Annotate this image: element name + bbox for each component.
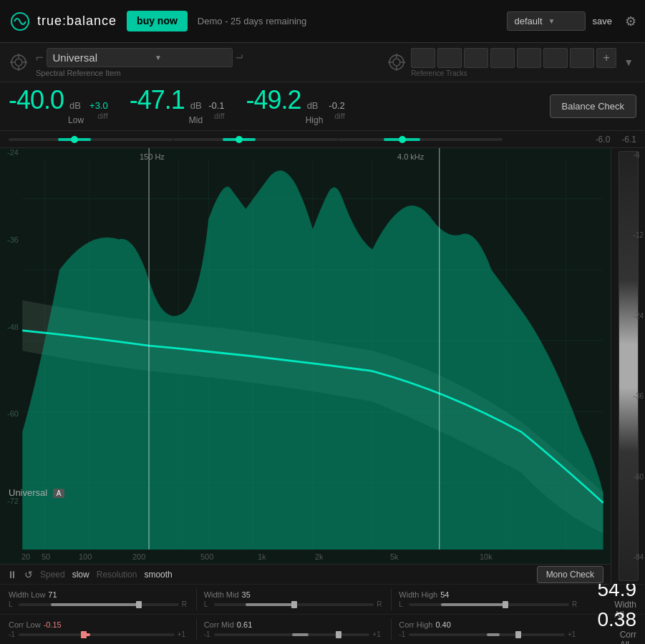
width-low-label: Width Low	[9, 590, 45, 599]
pause-button[interactable]: ⏸	[7, 569, 17, 580]
corr-low-plus-label: +1	[178, 630, 189, 638]
meter-slider-row: -6.0 -6.1	[0, 131, 645, 148]
ref-slot-7[interactable]	[570, 48, 594, 68]
corr-mid-value: 0.61	[237, 620, 252, 629]
buy-now-button[interactable]: buy now	[127, 11, 188, 31]
width-low-r-label: R	[182, 600, 189, 608]
ref-slot-2[interactable]	[437, 48, 462, 68]
corr-high-minus-label: -1	[399, 630, 406, 638]
spectral-ref-dropdown[interactable]: Universal ▼	[47, 48, 233, 67]
low-meter-band: Low	[68, 115, 84, 125]
width-row: Width Low 71 L R Width Mid 35	[0, 584, 645, 614]
chart-svg	[0, 148, 611, 584]
width-mid-group: Width Mid 35 L R	[204, 590, 384, 608]
resolution-value[interactable]: smooth	[144, 570, 172, 580]
width-mid-value: 35	[242, 590, 251, 599]
ref-down-icon[interactable]: ▼	[621, 54, 636, 71]
corr-high-slider[interactable]	[409, 633, 565, 636]
db-readout-right: -6.1	[621, 135, 636, 145]
ref-track-slots: +	[411, 48, 616, 68]
corr-mid-minus-label: -1	[204, 630, 211, 638]
db-readouts: -6.0 -6.1	[596, 135, 636, 145]
corr-mid-group: Corr Mid 0.61 -1 +1	[204, 620, 384, 638]
demo-text: Demo - 25 days remaining	[198, 16, 507, 26]
vu-meter: -6 -12 -24 -36 -60 -84	[611, 148, 645, 584]
preset-arrow-icon: ▼	[548, 17, 556, 25]
width-high-r-label: R	[572, 600, 579, 608]
mid-meter-unit: dB	[190, 100, 202, 111]
width-low-label-row: Width Low 71	[9, 590, 189, 599]
mono-check-button[interactable]: Mono Check	[537, 566, 603, 583]
corr-low-value: -0.15	[44, 620, 62, 629]
high-slider-track[interactable]	[338, 138, 503, 141]
db-readout-left: -6.0	[596, 135, 611, 145]
corr-low-group: Corr Low -0.15 -1 +1	[9, 620, 189, 638]
corr-all-readout: 0.38 CorrAll	[579, 610, 636, 645]
preset-dropdown[interactable]: default ▼	[507, 11, 586, 31]
balance-check-button[interactable]: Balance Check	[550, 94, 636, 118]
corr-mid-slider[interactable]	[214, 633, 370, 636]
ref-tracks-label: Reference Tracks	[411, 69, 616, 77]
width-mid-slider-row: L R	[204, 600, 384, 608]
save-button[interactable]: save	[593, 16, 612, 26]
corr-low-slider[interactable]	[19, 633, 175, 636]
speed-value[interactable]: slow	[72, 570, 89, 580]
header: true:balance buy now Demo - 25 days rema…	[0, 0, 645, 43]
meters-row: -40.0 dB Low +3.0 diff -47.1 dB Mid -0.1…	[0, 82, 645, 131]
high-meter-group: -49.2 dB High -0.2 diff	[246, 87, 345, 125]
svg-point-8	[393, 59, 400, 66]
logo-area: true:balance	[9, 10, 117, 33]
low-slider-track[interactable]	[9, 138, 173, 141]
high-meter-value: -49.2	[246, 87, 301, 113]
corr-divider-1	[196, 619, 197, 640]
corr-high-label-row: Corr High 0.40	[399, 620, 579, 629]
gear-icon-button[interactable]: ⚙	[625, 14, 636, 29]
vu-bar-fill	[619, 152, 638, 580]
width-low-slider[interactable]	[19, 603, 179, 606]
preset-value: default	[515, 16, 543, 26]
ref-tracks-section: + Reference Tracks ▼	[387, 48, 636, 77]
high-slider-group	[338, 138, 503, 141]
corr-high-slider-row: -1 +1	[399, 630, 579, 638]
mid-slider-group	[173, 138, 338, 141]
corr-low-label: Corr Low	[9, 620, 41, 629]
high-meter-diff-label: diff	[334, 112, 344, 120]
high-meter-band: High	[306, 115, 324, 125]
width-high-label-row: Width High 54	[399, 590, 579, 599]
ref-slot-1[interactable]	[411, 48, 435, 68]
corr-all-label: CorrAll	[620, 630, 636, 645]
width-high-value: 54	[440, 590, 449, 599]
chart-area[interactable]: -24 -36 -48 -60 -72	[0, 148, 611, 584]
ref-slot-5[interactable]	[517, 48, 541, 68]
ref-slot-4[interactable]	[490, 48, 515, 68]
low-meter-diff-label: diff	[97, 112, 107, 120]
mid-meter-band: Mid	[189, 115, 203, 125]
bottom-section: Width Low 71 L R Width Mid 35	[0, 584, 645, 644]
ref-slot-6[interactable]	[543, 48, 568, 68]
corr-high-plus-label: +1	[568, 630, 579, 638]
x-axis: 20 50 100 200 500 1k 2k 5k 10k	[0, 550, 611, 564]
width-high-group: Width High 54 L R	[399, 590, 579, 608]
bracket-tl: ⌐	[36, 50, 44, 65]
corr-high-label: Corr High	[399, 620, 432, 629]
low-meter-value: -40.0	[9, 87, 64, 113]
width-mid-r-label: R	[377, 600, 384, 608]
corr-low-label-row: Corr Low -0.15	[9, 620, 189, 629]
corr-mid-plus-label: +1	[372, 630, 384, 638]
corr-divider-2	[391, 619, 392, 640]
low-meter-diff: +3.0	[89, 100, 108, 111]
universal-chart-label: Universal A	[9, 487, 64, 498]
width-high-slider[interactable]	[409, 603, 569, 606]
refresh-button[interactable]: ↺	[24, 569, 33, 580]
mid-meter-value: -47.1	[130, 87, 185, 113]
mid-slider-track[interactable]	[173, 138, 338, 141]
width-mid-slider[interactable]	[214, 603, 374, 606]
width-divider-1	[196, 589, 197, 610]
width-high-slider-row: L R	[399, 600, 579, 608]
logo-icon	[9, 10, 31, 33]
ref-add-button[interactable]: +	[596, 48, 616, 68]
vu-bar-container	[619, 151, 639, 581]
spectral-ref-area: ⌐ Universal ▼ ⌐ Spectral Reference Item	[36, 48, 243, 77]
ref-slot-3[interactable]	[464, 48, 488, 68]
spectral-ref-arrow-icon: ▼	[155, 54, 162, 62]
